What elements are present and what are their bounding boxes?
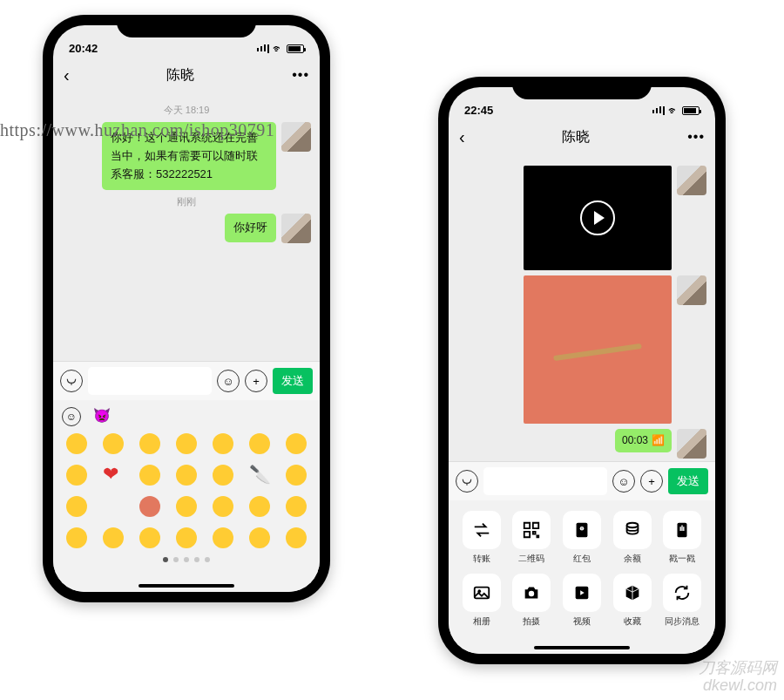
emoji-face[interactable] xyxy=(249,433,270,454)
action-label: 视频 xyxy=(573,615,591,628)
status-time: 20:42 xyxy=(69,42,98,55)
action-label: 余额 xyxy=(624,553,641,565)
emoji-icon[interactable]: ☺ xyxy=(612,470,635,493)
back-button[interactable]: ‹ xyxy=(459,127,465,147)
action-video[interactable]: 视频 xyxy=(559,574,605,628)
home-indicator[interactable] xyxy=(139,584,234,588)
emoji-face[interactable] xyxy=(139,465,160,486)
message-bubble[interactable]: 你好呀 xyxy=(225,214,276,242)
emoji-face[interactable] xyxy=(66,496,87,517)
home-indicator[interactable] xyxy=(534,646,630,649)
action-transfer[interactable]: 转账 xyxy=(459,511,504,565)
watermark-line2: dkewl.com xyxy=(699,677,777,695)
pager-dot[interactable] xyxy=(184,557,189,562)
emoji-face[interactable] xyxy=(139,433,160,454)
emoji-face[interactable] xyxy=(249,496,270,517)
emoji-face[interactable] xyxy=(213,433,233,454)
emoji-face[interactable] xyxy=(286,527,307,548)
signal-icon xyxy=(257,44,269,53)
pager-dot[interactable] xyxy=(163,557,168,562)
action-qrcode[interactable]: 二维码 xyxy=(510,511,555,565)
action-label: 拍摄 xyxy=(523,615,540,628)
image-message[interactable] xyxy=(524,275,672,424)
action-redpacket[interactable]: ¥ 红包 xyxy=(559,511,605,565)
action-sync[interactable]: 同步消息 xyxy=(659,574,705,628)
emoji-face[interactable] xyxy=(139,527,160,548)
back-button[interactable]: ‹ xyxy=(64,65,70,85)
action-label: 二维码 xyxy=(518,553,544,565)
action-label: 相册 xyxy=(473,615,490,628)
emoji-icon[interactable]: ☺ xyxy=(217,370,240,392)
svg-point-7 xyxy=(529,591,534,596)
action-label: 红包 xyxy=(573,553,591,565)
emoji-face[interactable] xyxy=(286,496,307,517)
avatar[interactable] xyxy=(281,122,311,152)
emoji-face[interactable] xyxy=(66,527,87,548)
action-balance[interactable]: 余额 xyxy=(610,511,655,565)
avatar[interactable] xyxy=(677,166,706,195)
message-input[interactable] xyxy=(483,467,607,495)
video-message[interactable] xyxy=(524,166,672,270)
emoji-cleaver[interactable]: 🔪 xyxy=(249,465,271,486)
status-time: 22:45 xyxy=(464,104,493,117)
emoji-tab-classic[interactable]: ☺ xyxy=(62,407,81,426)
action-label: 转账 xyxy=(473,553,490,565)
svg-point-3 xyxy=(626,523,638,528)
pager-dot[interactable] xyxy=(194,557,199,562)
emoji-face[interactable] xyxy=(66,433,87,454)
action-camera[interactable]: 拍摄 xyxy=(510,574,555,628)
action-label: 同步消息 xyxy=(665,615,700,628)
battery-icon xyxy=(682,106,700,115)
emoji-face[interactable] xyxy=(66,465,87,486)
avatar[interactable] xyxy=(281,214,311,243)
emoji-face[interactable] xyxy=(249,527,270,548)
wifi-icon: ᯤ xyxy=(273,43,283,55)
phone-right: 22:45 ᯤ ‹ 陈晓 ••• xyxy=(438,77,726,664)
voice-input-icon[interactable] xyxy=(456,470,478,493)
emoji-tab-sticker[interactable]: 👿 xyxy=(93,407,111,426)
sound-wave-icon: 📶 xyxy=(652,432,665,449)
emoji-face[interactable] xyxy=(176,527,197,548)
phone-left: 20:42 ᯤ ‹ 陈晓 ••• 今天 18:19 你好！这个通讯系统还在完善当… xyxy=(43,15,330,602)
emoji-face[interactable] xyxy=(103,527,124,548)
avatar[interactable] xyxy=(677,275,706,305)
plus-icon[interactable]: + xyxy=(245,370,267,392)
pager-dot[interactable] xyxy=(205,557,210,562)
voice-input-icon[interactable] xyxy=(60,370,83,392)
plus-icon[interactable]: + xyxy=(640,470,663,493)
message-row xyxy=(457,166,706,270)
emoji-face[interactable] xyxy=(176,433,197,454)
send-button[interactable]: 发送 xyxy=(273,368,313,394)
contact-title: 陈晓 xyxy=(562,128,590,146)
more-button[interactable]: ••• xyxy=(292,67,309,83)
battery-icon xyxy=(287,44,304,53)
pager-dot[interactable] xyxy=(173,557,179,562)
message-row: 你好呀 xyxy=(62,214,311,243)
emoji-face[interactable] xyxy=(139,496,160,517)
message-input[interactable] xyxy=(88,367,212,395)
audio-message[interactable]: 00:03 📶 xyxy=(615,429,672,452)
emoji-face[interactable] xyxy=(286,433,307,454)
audio-duration: 00:03 xyxy=(622,432,648,449)
action-label: 戳一戳 xyxy=(669,553,695,565)
emoji-face[interactable] xyxy=(176,465,197,486)
emoji-face[interactable] xyxy=(286,465,307,486)
action-favorite[interactable]: 收藏 xyxy=(610,574,655,628)
more-button[interactable]: ••• xyxy=(687,129,705,145)
send-button[interactable]: 发送 xyxy=(668,468,708,494)
emoji-heart[interactable] xyxy=(103,465,124,486)
emoji-face[interactable] xyxy=(103,433,124,454)
emoji-face[interactable] xyxy=(213,465,233,486)
nav-bar: ‹ 陈晓 ••• xyxy=(449,119,715,155)
emoji-panel: ☺ 👿 🔪 xyxy=(53,400,320,573)
emoji-face[interactable] xyxy=(213,527,233,548)
timestamp: 刚刚 xyxy=(62,195,311,208)
action-album[interactable]: 相册 xyxy=(459,574,504,628)
action-poke[interactable]: 戳一戳 xyxy=(659,511,705,565)
emoji-face[interactable] xyxy=(213,496,233,517)
chat-area[interactable]: 00:03 📶 xyxy=(449,155,715,461)
action-grid: 转账 二维码 ¥ 红包 余额 戳一戳 相册 xyxy=(449,500,715,635)
emoji-grid: 🔪 xyxy=(62,433,311,548)
emoji-face[interactable] xyxy=(176,496,197,517)
avatar[interactable] xyxy=(677,429,706,459)
